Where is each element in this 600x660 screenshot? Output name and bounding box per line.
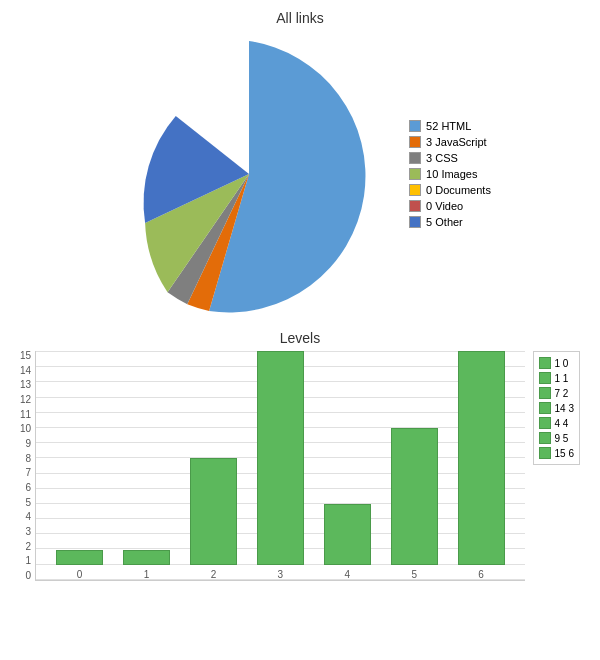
bars-group: 0123456 — [46, 351, 514, 580]
bar-col: 1 — [113, 351, 180, 580]
y-axis-label: 8 — [26, 454, 32, 464]
legend-label-other: 5 Other — [426, 216, 463, 228]
bar-legend-color — [539, 447, 551, 459]
legend-item-html: 52 HTML — [409, 120, 491, 132]
bar-col: 4 — [314, 351, 381, 580]
bar — [257, 351, 304, 565]
legend-label-images: 10 Images — [426, 168, 477, 180]
bar-legend-label: 15 6 — [555, 448, 574, 459]
pie-chart — [109, 34, 389, 314]
bar-col: 2 — [180, 351, 247, 580]
legend-item-documents: 0 Documents — [409, 184, 491, 196]
y-axis-label: 2 — [26, 542, 32, 552]
y-axis-label: 10 — [20, 424, 31, 434]
bar-chart-wrapper: 1514131211109876543210 0123456 1 01 17 2… — [20, 351, 580, 596]
y-axis-label: 6 — [26, 483, 32, 493]
bar — [190, 458, 237, 565]
bar-legend-item: 14 3 — [539, 402, 574, 414]
y-axis-label: 5 — [26, 498, 32, 508]
bar-legend-label: 7 2 — [555, 388, 569, 399]
legend-item-other: 5 Other — [409, 216, 491, 228]
bar-col: 0 — [46, 351, 113, 580]
y-axis-label: 15 — [20, 351, 31, 361]
legend-color-video — [409, 200, 421, 212]
bar-col: 5 — [381, 351, 448, 580]
bar-legend-color — [539, 357, 551, 369]
legend-item-js: 3 JavaScript — [409, 136, 491, 148]
bar — [123, 550, 170, 565]
legend-color-js — [409, 136, 421, 148]
bar-legend-color — [539, 402, 551, 414]
legend-color-other — [409, 216, 421, 228]
pie-section: All links — [0, 10, 600, 330]
bar-chart-inner: 0123456 — [35, 351, 524, 581]
bar-legend-color — [539, 387, 551, 399]
bar-legend-label: 1 0 — [555, 358, 569, 369]
y-axis-label: 3 — [26, 527, 32, 537]
bar-legend-label: 14 3 — [555, 403, 574, 414]
y-axis-label: 0 — [26, 571, 32, 581]
pie-svg — [109, 34, 389, 314]
legend-label-documents: 0 Documents — [426, 184, 491, 196]
bar-legend-label: 1 1 — [555, 373, 569, 384]
bar-col: 3 — [247, 351, 314, 580]
bar-col: 6 — [448, 351, 515, 580]
legend-label-html: 52 HTML — [426, 120, 471, 132]
bar-legend-color — [539, 417, 551, 429]
bar-legend-item: 4 4 — [539, 417, 574, 429]
bar-x-label: 3 — [278, 569, 284, 580]
y-axis: 1514131211109876543210 — [20, 351, 35, 581]
legend-label-js: 3 JavaScript — [426, 136, 487, 148]
bar-legend-item: 7 2 — [539, 387, 574, 399]
bar-legend-label: 9 5 — [555, 433, 569, 444]
y-axis-label: 11 — [20, 410, 31, 420]
bar-legend-item: 15 6 — [539, 447, 574, 459]
y-axis-label: 4 — [26, 512, 32, 522]
bar-x-label: 4 — [344, 569, 350, 580]
bar-x-label: 1 — [144, 569, 150, 580]
pie-legend: 52 HTML 3 JavaScript 3 CSS 10 Images 0 D… — [409, 120, 491, 228]
bar-x-label: 5 — [411, 569, 417, 580]
bar — [458, 351, 505, 565]
bar — [391, 428, 438, 565]
bar-legend: 1 01 17 214 34 49 515 6 — [533, 351, 580, 465]
bar-legend-item: 1 1 — [539, 372, 574, 384]
bar — [56, 550, 103, 565]
y-axis-label: 1 — [26, 556, 32, 566]
legend-label-css: 3 CSS — [426, 152, 458, 164]
legend-color-documents — [409, 184, 421, 196]
legend-item-video: 0 Video — [409, 200, 491, 212]
y-axis-label: 9 — [26, 439, 32, 449]
y-axis-label: 7 — [26, 468, 32, 478]
bar-legend-item: 1 0 — [539, 357, 574, 369]
bar-x-label: 6 — [478, 569, 484, 580]
y-axis-label: 14 — [20, 366, 31, 376]
bar-chart-title: Levels — [20, 330, 580, 346]
bar-section: Levels 1514131211109876543210 0123456 1 … — [0, 330, 600, 630]
legend-item-css: 3 CSS — [409, 152, 491, 164]
pie-chart-title: All links — [276, 10, 323, 26]
y-axis-label: 13 — [20, 380, 31, 390]
legend-item-images: 10 Images — [409, 168, 491, 180]
chart-container: All links — [0, 0, 600, 660]
bar-x-label: 0 — [77, 569, 83, 580]
bar — [324, 504, 371, 565]
bar-legend-color — [539, 432, 551, 444]
legend-color-images — [409, 168, 421, 180]
legend-color-html — [409, 120, 421, 132]
bar-legend-label: 4 4 — [555, 418, 569, 429]
bar-x-label: 2 — [211, 569, 217, 580]
bar-legend-item: 9 5 — [539, 432, 574, 444]
legend-color-css — [409, 152, 421, 164]
legend-label-video: 0 Video — [426, 200, 463, 212]
bar-legend-color — [539, 372, 551, 384]
y-axis-label: 12 — [20, 395, 31, 405]
pie-area: 52 HTML 3 JavaScript 3 CSS 10 Images 0 D… — [0, 34, 600, 314]
